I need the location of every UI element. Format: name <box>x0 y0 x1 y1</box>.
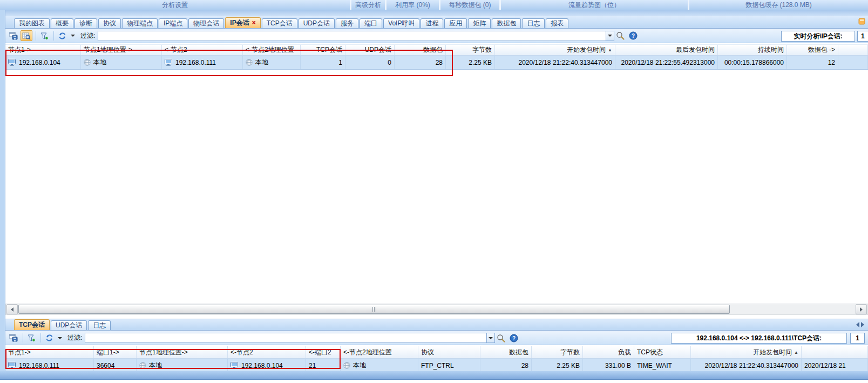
cell-port1: 36604 <box>94 359 137 372</box>
refresh-dropdown-button[interactable] <box>69 30 76 41</box>
header-cell[interactable]: 字节数 <box>532 346 583 358</box>
scroll-tabs-left-icon[interactable] <box>856 322 859 327</box>
header-cell-sorted[interactable]: 开始发包时间▲ <box>691 346 802 358</box>
header-cell[interactable] <box>802 346 868 358</box>
header-cell[interactable]: 节点1-> <box>5 45 81 55</box>
header-cell[interactable]: 端口1-> <box>94 346 137 358</box>
header-cell[interactable]: <-节点2 <box>228 346 306 358</box>
tcp-conversation-table: 节点1-> 端口1-> 节点1地理位置-> <-节点2 <-端口2 <-节点2地… <box>5 346 868 373</box>
tab-application[interactable]: 应用 <box>444 18 467 28</box>
tab-summary[interactable]: 概要 <box>51 18 73 28</box>
tab-physical-conversation[interactable]: 物理会话 <box>188 18 224 28</box>
table-header-row: 节点1-> 端口1-> 节点1地理位置-> <-节点2 <-端口2 <-节点2地… <box>5 346 868 359</box>
cell-packets: 28 <box>480 359 532 372</box>
computer-icon <box>165 59 173 66</box>
export-button[interactable] <box>8 30 19 41</box>
header-cell[interactable]: <-端口2 <box>306 346 341 358</box>
tab-protocol[interactable]: 协议 <box>98 18 121 28</box>
scrollbar-thumb[interactable] <box>18 305 730 314</box>
tab-udp-conversation-bottom[interactable]: UDP会话 <box>51 320 87 330</box>
table-row[interactable]: 192.168.0.104 本地 192.168.0.111 本地 1 0 28… <box>5 56 868 70</box>
analysis-counter-label: 实时分析\IP会话: <box>781 31 855 42</box>
filter-history-dropdown-button[interactable] <box>487 333 495 343</box>
computer-icon <box>230 362 239 369</box>
refresh-button[interactable] <box>43 333 55 344</box>
tab-physical-endpoint[interactable]: 物理端点 <box>122 18 158 28</box>
cell-end-time: 2020/12/18 21:22:55.492313000 <box>615 56 718 69</box>
refresh-button[interactable] <box>56 30 68 41</box>
header-cell[interactable]: 数据包 <box>480 346 532 358</box>
refresh-icon <box>58 32 66 40</box>
svg-text:?: ? <box>512 335 516 341</box>
header-cell[interactable]: 数据包 <box>395 45 446 55</box>
header-cell[interactable]: <-节点2 <box>162 45 243 55</box>
analysis-settings-button[interactable]: 分析设置 <box>0 0 350 10</box>
toolbar-separator <box>23 333 23 342</box>
funnel-add-icon <box>27 334 36 342</box>
add-filter-button[interactable] <box>25 333 37 344</box>
tab-voip-call[interactable]: VoIP呼叫 <box>383 18 419 28</box>
tab-port[interactable]: 端口 <box>360 18 382 28</box>
horizontal-scrollbar[interactable] <box>5 304 868 315</box>
conversation-counter-value: 1 <box>850 333 865 344</box>
header-cell[interactable]: 字节数 <box>446 45 495 55</box>
header-cell[interactable]: 负载 <box>583 346 634 358</box>
tab-log[interactable]: 日志 <box>522 18 545 28</box>
tab-service[interactable]: 服务 <box>336 18 358 28</box>
views-panel-icon[interactable] <box>858 18 865 26</box>
header-cell[interactable]: 最后发包时间 <box>615 45 718 55</box>
tab-ip-conversation[interactable]: IP会话× <box>225 17 260 28</box>
add-filter-button[interactable] <box>38 30 50 41</box>
refresh-icon <box>45 334 53 342</box>
header-cell[interactable]: 持续时间 <box>718 45 787 55</box>
refresh-dropdown-button[interactable] <box>56 333 63 344</box>
cell-bytes: 2.25 KB <box>532 359 583 372</box>
cell-start-time: 2020/12/18 21:22:40.313447000 <box>495 56 615 69</box>
locate-in-view-button[interactable] <box>21 30 32 41</box>
filter-input[interactable] <box>98 31 606 41</box>
tab-matrix[interactable]: 矩阵 <box>468 18 491 28</box>
tab-process[interactable]: 进程 <box>421 18 443 28</box>
search-button[interactable] <box>495 333 507 344</box>
tab-udp-conversation[interactable]: UDP会话 <box>299 18 335 28</box>
export-button[interactable] <box>8 333 19 344</box>
tab-log-bottom[interactable]: 日志 <box>88 320 111 330</box>
ip-conversation-toolbar: 过滤: ? <box>0 29 868 43</box>
filter-input[interactable] <box>85 333 487 343</box>
help-button[interactable]: ? <box>508 333 520 344</box>
tab-packet[interactable]: 数据包 <box>492 18 521 28</box>
tab-report[interactable]: 报表 <box>546 18 568 28</box>
header-cell[interactable]: 节点1地理位置-> <box>81 45 162 55</box>
header-cell[interactable]: <-节点2地理位置 <box>243 45 301 55</box>
header-cell[interactable]: TCP会话 <box>301 45 345 55</box>
header-cell[interactable]: 协议 <box>418 346 480 358</box>
analysis-banner: 分析设置 高级分析 利用率 (0%) 每秒数据包 (0) 流量趋势图（位） 数据… <box>0 0 868 10</box>
tab-tcp-conversation[interactable]: TCP会话 <box>262 18 297 28</box>
packets-per-second-stat: 每秒数据包 (0) <box>440 0 499 10</box>
globe-icon <box>139 362 146 369</box>
arrow-right-icon <box>860 307 863 312</box>
tab-my-charts[interactable]: 我的图表 <box>14 18 50 28</box>
computer-icon <box>8 59 16 66</box>
scroll-left-button[interactable] <box>6 304 18 314</box>
cell-packets: 28 <box>395 56 446 69</box>
help-button[interactable]: ? <box>627 30 639 41</box>
cell-tcp-count: 1 <box>301 56 345 69</box>
toolbar-separator <box>36 31 36 41</box>
search-button[interactable] <box>614 30 626 41</box>
scroll-tabs-right-icon[interactable] <box>861 322 864 327</box>
scroll-right-button[interactable] <box>856 304 867 314</box>
header-cell[interactable]: 数据包 -> <box>787 45 838 55</box>
header-cell[interactable]: UDP会话 <box>345 45 395 55</box>
header-cell[interactable]: <-节点2地理位置 <box>341 346 418 358</box>
tab-tcp-conversation-bottom[interactable]: TCP会话 <box>14 319 50 330</box>
tab-ip-endpoint[interactable]: IP端点 <box>159 18 187 28</box>
tab-diagnosis[interactable]: 诊断 <box>74 18 97 28</box>
close-tab-icon[interactable]: × <box>252 19 256 26</box>
filter-history-dropdown-button[interactable] <box>606 31 614 41</box>
header-cell[interactable]: 节点1地理位置-> <box>137 346 228 358</box>
header-cell-sorted[interactable]: 开始发包时间▲ <box>495 45 615 55</box>
advanced-analysis-button[interactable]: 高级分析 <box>351 0 385 10</box>
header-cell[interactable]: 节点1-> <box>5 346 94 358</box>
header-cell[interactable]: TCP状态 <box>634 346 691 358</box>
